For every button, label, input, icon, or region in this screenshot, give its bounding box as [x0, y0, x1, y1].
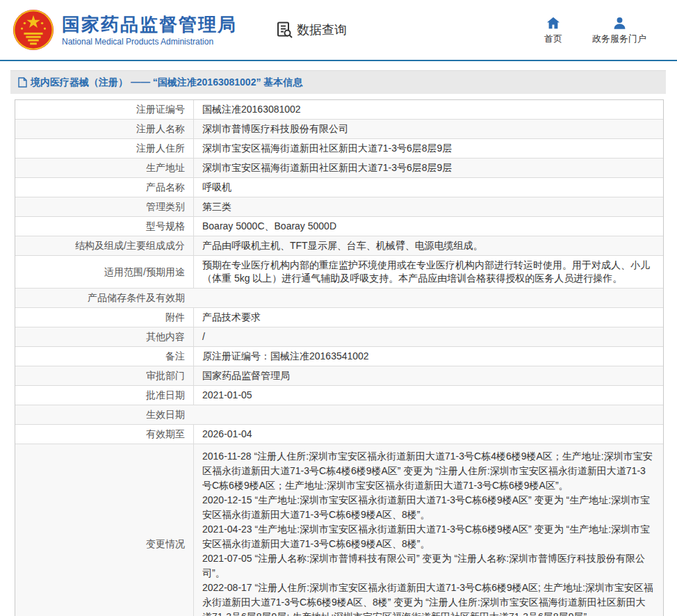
row-structure-composition: 结构及组成/主要组成成分 产品由呼吸机主机、TFT显示屏、台车、机械臂、电源电缆… — [15, 236, 663, 256]
row-value: 深圳市宝安区福海街道新田社区新田大道71-3号6层8层9层 — [193, 159, 663, 177]
data-query-icon — [275, 21, 293, 39]
row-label: 批准日期 — [15, 386, 193, 405]
row-value: 深圳市普博医疗科技股份有限公司 — [193, 120, 663, 138]
row-remarks: 备注 原注册证编号：国械注准20163541002 — [15, 347, 663, 366]
row-product-name: 产品名称 呼吸机 — [15, 178, 663, 197]
row-value: 2016-11-28 “注册人住所:深圳市宝安区福永街道新田大道71-3号C栋4… — [193, 444, 663, 616]
row-registrant-name: 注册人名称 深圳市普博医疗科技股份有限公司 — [15, 120, 663, 139]
row-registrant-address: 注册人住所 深圳市宝安区福海街道新田社区新田大道71-3号6层8层9层 — [15, 139, 663, 159]
row-value — [193, 289, 663, 307]
nav-home-label: 首页 — [544, 33, 562, 45]
row-label: 产品名称 — [15, 178, 193, 197]
site-title-cn: 国家药品监督管理局 — [62, 14, 237, 35]
nav-item-service-portal[interactable]: 政务服务门户 — [592, 17, 646, 45]
row-approval-department: 审批部门 国家药品监督管理局 — [15, 366, 663, 386]
row-value — [193, 405, 663, 424]
row-model-spec: 型号规格 Boaray 5000C、Boaray 5000D — [15, 217, 663, 236]
row-effective-date: 生效日期 — [15, 405, 663, 425]
nav-portal-label: 政务服务门户 — [592, 33, 646, 45]
row-production-address: 生产地址 深圳市宝安区福海街道新田社区新田大道71-3号6层8层9层 — [15, 159, 663, 178]
row-value: 原注册证编号：国械注准20163541002 — [193, 347, 663, 366]
row-value: Boaray 5000C、Boaray 5000D — [193, 217, 663, 236]
row-value: 呼吸机 — [193, 178, 663, 197]
nav-item-home[interactable]: 首页 — [539, 17, 567, 45]
home-icon — [546, 17, 560, 29]
row-label: 型号规格 — [15, 217, 193, 236]
nmpa-emblem-icon — [12, 8, 55, 51]
row-label: 适用范围/预期用途 — [15, 256, 193, 288]
row-attachment: 附件 产品技术要求 — [15, 308, 663, 327]
page-header: 国家药品监督管理局 National Medical Products Admi… — [0, 0, 677, 61]
row-label: 注册证编号 — [15, 100, 193, 119]
row-label: 管理类别 — [15, 197, 193, 216]
row-management-category: 管理类别 第三类 — [15, 197, 663, 217]
row-value: 国械注准20163081002 — [193, 100, 663, 119]
row-cert-number: 注册证编号 国械注准20163081002 — [15, 100, 663, 120]
row-value: 深圳市宝安区福海街道新田社区新田大道71-3号6层8层9层 — [193, 139, 663, 158]
row-label: 其他内容 — [15, 327, 193, 346]
breadcrumb-text: 境内医疗器械（注册） —— “国械注准20163081002” 基本信息 — [31, 76, 302, 89]
row-value: 产品技术要求 — [193, 308, 663, 327]
row-value: 预期在专业医疗机构内部的重症监护环境使用或在专业医疗机构内部进行转运时使用。用于… — [193, 256, 663, 288]
row-label: 生产地址 — [15, 159, 193, 177]
row-value: 产品由呼吸机主机、TFT显示屏、台车、机械臂、电源电缆组成。 — [193, 236, 663, 255]
row-storage-conditions: 产品储存条件及有效期 — [15, 289, 663, 308]
user-icon — [613, 17, 626, 29]
row-value: 第三类 — [193, 197, 663, 216]
row-valid-until: 有效期至 2026-01-04 — [15, 425, 663, 444]
row-value: 国家药品监督管理局 — [193, 366, 663, 385]
registration-detail-table: 注册证编号 国械注准20163081002 注册人名称 深圳市普博医疗科技股份有… — [15, 99, 664, 616]
data-query-label: 数据查询 — [297, 22, 347, 38]
site-title-en: National Medical Products Administration — [62, 37, 237, 47]
row-label: 产品储存条件及有效期 — [15, 289, 193, 307]
row-label: 审批部门 — [15, 366, 193, 385]
row-intended-use: 适用范围/预期用途 预期在专业医疗机构内部的重症监护环境使用或在专业医疗机构内部… — [15, 256, 663, 289]
row-label: 有效期至 — [15, 425, 193, 444]
header-nav: 首页 政务服务门户 — [539, 17, 646, 45]
row-value: 2026-01-04 — [193, 425, 663, 444]
row-label: 变更情况 — [15, 444, 193, 616]
row-label: 结构及组成/主要组成成分 — [15, 236, 193, 255]
row-other-content: 其他内容 / — [15, 327, 663, 347]
row-value: 2021-01-05 — [193, 386, 663, 405]
row-value: / — [193, 327, 663, 346]
row-label: 注册人名称 — [15, 120, 193, 138]
row-label: 备注 — [15, 347, 193, 366]
row-change-history: 变更情况 2016-11-28 “注册人住所:深圳市宝安区福永街道新田大道71-… — [15, 444, 663, 616]
breadcrumb: 境内医疗器械（注册） —— “国械注准20163081002” 基本信息 — [10, 70, 666, 94]
data-query-section[interactable]: 数据查询 — [275, 21, 347, 39]
site-title-block: 国家药品监督管理局 National Medical Products Admi… — [62, 14, 237, 47]
document-icon — [18, 77, 27, 88]
row-label: 生效日期 — [15, 405, 193, 424]
row-label: 附件 — [15, 308, 193, 327]
row-label: 注册人住所 — [15, 139, 193, 158]
row-approval-date: 批准日期 2021-01-05 — [15, 386, 663, 405]
